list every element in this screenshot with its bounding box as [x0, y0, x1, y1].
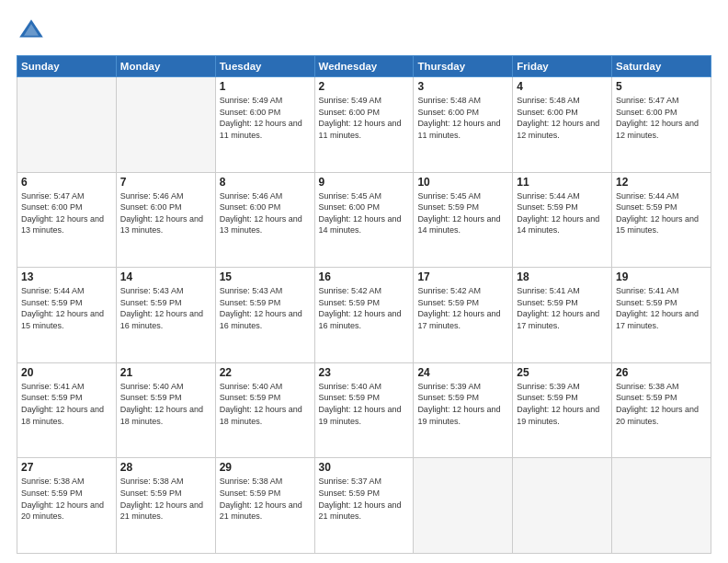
day-info: Sunrise: 5:44 AM Sunset: 5:59 PM Dayligh…	[616, 190, 707, 236]
day-info: Sunrise: 5:47 AM Sunset: 6:00 PM Dayligh…	[21, 190, 112, 236]
day-info: Sunrise: 5:49 AM Sunset: 6:00 PM Dayligh…	[220, 95, 311, 141]
day-cell: 15Sunrise: 5:43 AM Sunset: 5:59 PM Dayli…	[215, 268, 314, 363]
day-cell: 19Sunrise: 5:41 AM Sunset: 5:59 PM Dayli…	[612, 268, 711, 363]
day-number: 11	[517, 176, 608, 189]
day-info: Sunrise: 5:49 AM Sunset: 6:00 PM Dayligh…	[319, 95, 410, 141]
day-info: Sunrise: 5:44 AM Sunset: 5:59 PM Dayligh…	[21, 285, 112, 331]
day-number: 7	[120, 176, 211, 189]
day-cell: 16Sunrise: 5:42 AM Sunset: 5:59 PM Dayli…	[314, 268, 414, 363]
day-number: 23	[319, 366, 410, 379]
day-info: Sunrise: 5:40 AM Sunset: 5:59 PM Dayligh…	[120, 381, 211, 427]
day-number: 3	[417, 80, 508, 93]
day-cell: 23Sunrise: 5:40 AM Sunset: 5:59 PM Dayli…	[314, 362, 414, 458]
day-number: 21	[120, 366, 211, 379]
day-cell: 12Sunrise: 5:44 AM Sunset: 5:59 PM Dayli…	[612, 172, 711, 268]
week-row-4: 20Sunrise: 5:41 AM Sunset: 5:59 PM Dayli…	[17, 362, 711, 458]
day-cell: 13Sunrise: 5:44 AM Sunset: 5:59 PM Dayli…	[17, 268, 117, 363]
day-cell: 7Sunrise: 5:46 AM Sunset: 6:00 PM Daylig…	[116, 172, 215, 268]
day-cell: 8Sunrise: 5:46 AM Sunset: 6:00 PM Daylig…	[215, 172, 314, 268]
day-number: 2	[319, 80, 410, 93]
logo	[17, 17, 50, 46]
day-cell	[17, 77, 117, 173]
day-info: Sunrise: 5:43 AM Sunset: 5:59 PM Dayligh…	[120, 285, 211, 331]
day-info: Sunrise: 5:46 AM Sunset: 6:00 PM Dayligh…	[120, 190, 211, 236]
header-cell-sunday: Sunday	[17, 56, 117, 77]
day-cell: 30Sunrise: 5:37 AM Sunset: 5:59 PM Dayli…	[314, 458, 414, 554]
day-cell: 17Sunrise: 5:42 AM Sunset: 5:59 PM Dayli…	[414, 268, 513, 363]
day-number: 20	[21, 366, 112, 379]
week-row-1: 1Sunrise: 5:49 AM Sunset: 6:00 PM Daylig…	[17, 77, 711, 173]
day-cell: 28Sunrise: 5:38 AM Sunset: 5:59 PM Dayli…	[116, 458, 215, 554]
week-row-5: 27Sunrise: 5:38 AM Sunset: 5:59 PM Dayli…	[17, 458, 711, 554]
day-number: 24	[417, 366, 508, 379]
day-cell: 21Sunrise: 5:40 AM Sunset: 5:59 PM Dayli…	[116, 362, 215, 458]
day-cell: 20Sunrise: 5:41 AM Sunset: 5:59 PM Dayli…	[17, 362, 117, 458]
calendar-body: 1Sunrise: 5:49 AM Sunset: 6:00 PM Daylig…	[17, 77, 711, 554]
day-number: 27	[21, 461, 112, 474]
day-info: Sunrise: 5:45 AM Sunset: 6:00 PM Dayligh…	[319, 190, 410, 236]
day-cell	[414, 458, 513, 554]
day-number: 10	[417, 176, 508, 189]
day-number: 18	[517, 270, 608, 283]
day-info: Sunrise: 5:46 AM Sunset: 6:00 PM Dayligh…	[220, 190, 311, 236]
day-number: 13	[21, 270, 112, 283]
day-number: 8	[220, 176, 311, 189]
day-cell: 2Sunrise: 5:49 AM Sunset: 6:00 PM Daylig…	[314, 77, 414, 173]
day-info: Sunrise: 5:38 AM Sunset: 5:59 PM Dayligh…	[21, 476, 112, 522]
day-cell: 29Sunrise: 5:38 AM Sunset: 5:59 PM Dayli…	[215, 458, 314, 554]
day-info: Sunrise: 5:44 AM Sunset: 5:59 PM Dayligh…	[517, 190, 608, 236]
day-number: 15	[220, 270, 311, 283]
day-cell	[612, 458, 711, 554]
day-info: Sunrise: 5:39 AM Sunset: 5:59 PM Dayligh…	[417, 381, 508, 427]
header-row: SundayMondayTuesdayWednesdayThursdayFrid…	[17, 56, 711, 77]
day-cell: 18Sunrise: 5:41 AM Sunset: 5:59 PM Dayli…	[513, 268, 612, 363]
day-info: Sunrise: 5:42 AM Sunset: 5:59 PM Dayligh…	[417, 285, 508, 331]
day-cell: 24Sunrise: 5:39 AM Sunset: 5:59 PM Dayli…	[414, 362, 513, 458]
day-number: 22	[220, 366, 311, 379]
week-row-3: 13Sunrise: 5:44 AM Sunset: 5:59 PM Dayli…	[17, 268, 711, 363]
day-number: 25	[517, 366, 608, 379]
day-number: 26	[616, 366, 707, 379]
day-info: Sunrise: 5:47 AM Sunset: 6:00 PM Dayligh…	[616, 95, 707, 141]
header-cell-wednesday: Wednesday	[314, 56, 414, 77]
day-number: 1	[220, 80, 311, 93]
header-cell-tuesday: Tuesday	[215, 56, 314, 77]
day-cell: 3Sunrise: 5:48 AM Sunset: 6:00 PM Daylig…	[414, 77, 513, 173]
day-cell: 4Sunrise: 5:48 AM Sunset: 6:00 PM Daylig…	[513, 77, 612, 173]
day-info: Sunrise: 5:43 AM Sunset: 5:59 PM Dayligh…	[220, 285, 311, 331]
header-cell-saturday: Saturday	[612, 56, 711, 77]
day-cell: 6Sunrise: 5:47 AM Sunset: 6:00 PM Daylig…	[17, 172, 117, 268]
day-cell: 27Sunrise: 5:38 AM Sunset: 5:59 PM Dayli…	[17, 458, 117, 554]
day-number: 17	[417, 270, 508, 283]
calendar-header: SundayMondayTuesdayWednesdayThursdayFrid…	[17, 56, 711, 77]
day-cell: 10Sunrise: 5:45 AM Sunset: 5:59 PM Dayli…	[414, 172, 513, 268]
day-info: Sunrise: 5:48 AM Sunset: 6:00 PM Dayligh…	[417, 95, 508, 141]
day-cell: 11Sunrise: 5:44 AM Sunset: 5:59 PM Dayli…	[513, 172, 612, 268]
day-number: 30	[319, 461, 410, 474]
logo-icon	[17, 17, 46, 46]
day-info: Sunrise: 5:38 AM Sunset: 5:59 PM Dayligh…	[120, 476, 211, 522]
day-number: 9	[319, 176, 410, 189]
day-info: Sunrise: 5:48 AM Sunset: 6:00 PM Dayligh…	[517, 95, 608, 141]
header	[17, 17, 711, 46]
day-number: 4	[517, 80, 608, 93]
day-cell: 26Sunrise: 5:38 AM Sunset: 5:59 PM Dayli…	[612, 362, 711, 458]
day-number: 28	[120, 461, 211, 474]
day-number: 16	[319, 270, 410, 283]
day-info: Sunrise: 5:45 AM Sunset: 5:59 PM Dayligh…	[417, 190, 508, 236]
day-number: 14	[120, 270, 211, 283]
day-cell: 5Sunrise: 5:47 AM Sunset: 6:00 PM Daylig…	[612, 77, 711, 173]
day-info: Sunrise: 5:42 AM Sunset: 5:59 PM Dayligh…	[319, 285, 410, 331]
calendar-table: SundayMondayTuesdayWednesdayThursdayFrid…	[17, 55, 711, 554]
day-info: Sunrise: 5:37 AM Sunset: 5:59 PM Dayligh…	[319, 476, 410, 522]
day-info: Sunrise: 5:40 AM Sunset: 5:59 PM Dayligh…	[220, 381, 311, 427]
day-info: Sunrise: 5:38 AM Sunset: 5:59 PM Dayligh…	[220, 476, 311, 522]
day-info: Sunrise: 5:41 AM Sunset: 5:59 PM Dayligh…	[21, 381, 112, 427]
day-number: 29	[220, 461, 311, 474]
day-cell	[513, 458, 612, 554]
header-cell-thursday: Thursday	[414, 56, 513, 77]
day-cell: 1Sunrise: 5:49 AM Sunset: 6:00 PM Daylig…	[215, 77, 314, 173]
page: SundayMondayTuesdayWednesdayThursdayFrid…	[0, 0, 728, 563]
day-number: 6	[21, 176, 112, 189]
day-info: Sunrise: 5:41 AM Sunset: 5:59 PM Dayligh…	[517, 285, 608, 331]
